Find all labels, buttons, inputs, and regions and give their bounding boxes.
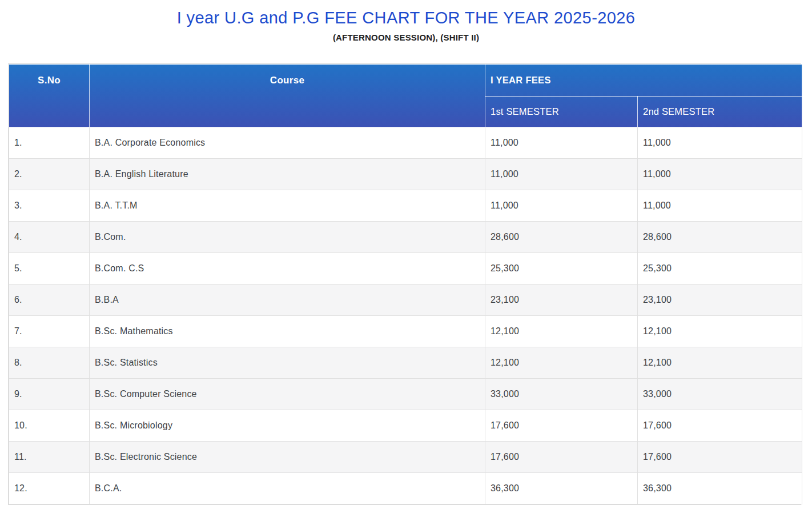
- row-course-cell: B.Com.: [90, 222, 485, 253]
- row-course-cell: B.A. English Literature: [90, 159, 485, 190]
- sem2-fee-cell: 17,600: [638, 410, 802, 442]
- sem1-fee-cell: 11,000: [485, 190, 638, 222]
- fee-table-container: S.No Course I YEAR FEES 1st SEMESTER 2nd…: [8, 63, 801, 505]
- sem2-fee-cell: 28,600: [638, 222, 802, 253]
- row-sno-cell: 7.: [9, 316, 90, 347]
- fee-table-header: S.No Course I YEAR FEES 1st SEMESTER 2nd…: [9, 65, 802, 127]
- sem1-fee-cell: 12,100: [485, 316, 638, 347]
- sem1-fee-cell: 33,000: [485, 379, 638, 410]
- row-sno-cell: 3.: [9, 190, 90, 222]
- row-sno-cell: 8.: [9, 347, 90, 379]
- col-header-sno: S.No: [9, 65, 90, 127]
- sem2-fee-cell: 11,000: [638, 127, 802, 159]
- table-row: 11.B.Sc. Electronic Science17,60017,600: [9, 442, 802, 473]
- row-course-cell: B.Sc. Statistics: [90, 347, 485, 379]
- fee-table-body: 1.B.A. Corporate Economics11,00011,0002.…: [9, 127, 802, 504]
- sem2-fee-cell: 25,300: [638, 253, 802, 284]
- sem1-fee-cell: 11,000: [485, 159, 638, 190]
- sem2-fee-cell: 11,000: [638, 159, 802, 190]
- row-course-cell: B.B.A: [90, 284, 485, 316]
- sem2-fee-cell: 12,100: [638, 347, 802, 379]
- header-row-1: S.No Course I YEAR FEES: [9, 65, 802, 97]
- row-sno-cell: 4.: [9, 222, 90, 253]
- col-header-sem1: 1st SEMESTER: [485, 97, 638, 127]
- sem2-fee-cell: 12,100: [638, 316, 802, 347]
- table-row: 2.B.A. English Literature11,00011,000: [9, 159, 802, 190]
- row-course-cell: B.Sc. Mathematics: [90, 316, 485, 347]
- table-row: 7.B.Sc. Mathematics12,10012,100: [9, 316, 802, 347]
- col-header-sem2: 2nd SEMESTER: [638, 97, 802, 127]
- row-course-cell: B.A. Corporate Economics: [90, 127, 485, 159]
- table-row: 10.B.Sc. Microbiology17,60017,600: [9, 410, 802, 442]
- sem1-fee-cell: 12,100: [485, 347, 638, 379]
- row-course-cell: B.Sc. Computer Science: [90, 379, 485, 410]
- table-row: 3.B.A. T.T.M11,00011,000: [9, 190, 802, 222]
- row-course-cell: B.Sc. Microbiology: [90, 410, 485, 442]
- table-row: 4.B.Com.28,60028,600: [9, 222, 802, 253]
- col-header-course: Course: [90, 65, 485, 127]
- row-course-cell: B.A. T.T.M: [90, 190, 485, 222]
- row-sno-cell: 11.: [9, 442, 90, 473]
- row-sno-cell: 2.: [9, 159, 90, 190]
- row-course-cell: B.C.A.: [90, 473, 485, 504]
- row-sno-cell: 6.: [9, 284, 90, 316]
- row-course-cell: B.Sc. Electronic Science: [90, 442, 485, 473]
- page-subtitle: (AFTERNOON SESSION), (SHIFT II): [0, 33, 812, 42]
- sem1-fee-cell: 11,000: [485, 127, 638, 159]
- table-row: 1.B.A. Corporate Economics11,00011,000: [9, 127, 802, 159]
- col-header-year-fees: I YEAR FEES: [485, 65, 802, 97]
- sem1-fee-cell: 25,300: [485, 253, 638, 284]
- sem1-fee-cell: 36,300: [485, 473, 638, 504]
- row-sno-cell: 10.: [9, 410, 90, 442]
- row-sno-cell: 9.: [9, 379, 90, 410]
- table-row: 5.B.Com. C.S25,30025,300: [9, 253, 802, 284]
- row-course-cell: B.Com. C.S: [90, 253, 485, 284]
- row-sno-cell: 12.: [9, 473, 90, 504]
- table-row: 6.B.B.A23,10023,100: [9, 284, 802, 316]
- fee-table: S.No Course I YEAR FEES 1st SEMESTER 2nd…: [9, 64, 802, 504]
- row-sno-cell: 5.: [9, 253, 90, 284]
- sem2-fee-cell: 23,100: [638, 284, 802, 316]
- sem1-fee-cell: 23,100: [485, 284, 638, 316]
- table-row: 9.B.Sc. Computer Science33,00033,000: [9, 379, 802, 410]
- sem1-fee-cell: 17,600: [485, 442, 638, 473]
- sem2-fee-cell: 11,000: [638, 190, 802, 222]
- sem2-fee-cell: 17,600: [638, 442, 802, 473]
- sem2-fee-cell: 36,300: [638, 473, 802, 504]
- sem2-fee-cell: 33,000: [638, 379, 802, 410]
- page-title: I year U.G and P.G FEE CHART FOR THE YEA…: [0, 9, 812, 27]
- table-row: 12.B.C.A.36,30036,300: [9, 473, 802, 504]
- sem1-fee-cell: 17,600: [485, 410, 638, 442]
- row-sno-cell: 1.: [9, 127, 90, 159]
- table-row: 8.B.Sc. Statistics12,10012,100: [9, 347, 802, 379]
- sem1-fee-cell: 28,600: [485, 222, 638, 253]
